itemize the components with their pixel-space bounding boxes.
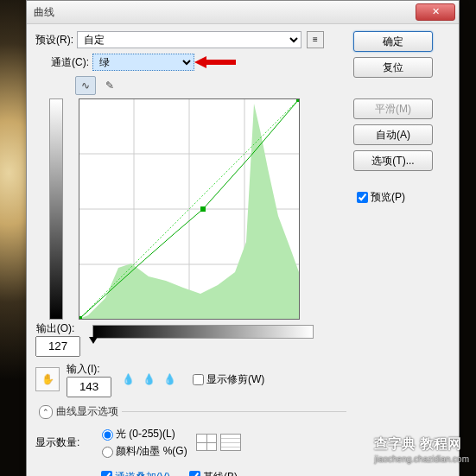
show-clipping-checkbox[interactable]: 显示修剪(W) — [189, 371, 264, 388]
curves-dialog: 曲线 ✕ 预设(R): 自定 ≡ 通道(C): 绿 ∿ ✎ — [26, 0, 460, 476]
baseline-checkbox[interactable]: 基线(B) — [186, 468, 249, 476]
display-qty-label: 显示数量: — [35, 435, 98, 450]
black-point-slider[interactable] — [89, 337, 98, 344]
black-eyedropper-icon[interactable]: 💧 — [120, 371, 136, 387]
input-field[interactable] — [67, 377, 111, 397]
title-bar[interactable]: 曲线 ✕ — [27, 1, 459, 24]
pencil-tool-icon[interactable]: ✎ — [99, 76, 120, 95]
ok-button[interactable]: 确定 — [353, 31, 433, 52]
gray-eyedropper-icon[interactable]: 💧 — [141, 371, 156, 387]
curve-point-highlight[interactable] — [296, 99, 299, 102]
input-label: 输入(I): — [67, 362, 108, 377]
curve-point-shadow[interactable] — [79, 316, 82, 319]
preset-options-icon[interactable]: ≡ — [307, 31, 324, 48]
output-gradient — [49, 98, 63, 320]
input-gradient — [92, 325, 314, 339]
hand-tool-icon[interactable]: ✋ — [35, 367, 60, 391]
channel-select[interactable]: 绿 — [92, 54, 194, 71]
disclosure-toggle[interactable]: ⌃曲线显示选项 — [35, 404, 122, 419]
curve-point-mid[interactable] — [200, 206, 206, 212]
grid-4-icon[interactable] — [196, 434, 217, 451]
smooth-button: 平滑(M) — [353, 98, 433, 119]
output-field[interactable] — [35, 336, 80, 357]
ink-radio[interactable]: 颜料/油墨 %(G) — [98, 444, 187, 459]
auto-button[interactable]: 自动(A) — [353, 124, 433, 145]
curves-graph[interactable] — [79, 98, 300, 320]
white-eyedropper-icon[interactable]: 💧 — [162, 371, 177, 387]
red-arrow-icon — [194, 56, 236, 68]
watermark: 查字典 教程网 jiaocheng.chazidian.com — [374, 435, 469, 466]
light-radio[interactable]: 光 (0-255)(L) — [98, 427, 187, 441]
channel-label: 通道(C): — [51, 55, 89, 70]
reset-button[interactable]: 复位 — [353, 57, 433, 78]
curve-tool-icon[interactable]: ∿ — [75, 76, 96, 95]
preview-checkbox[interactable]: 预览(P) — [353, 189, 448, 206]
overlay-checkbox[interactable]: 通道叠加(V) — [98, 468, 170, 476]
output-label: 输出(O): — [35, 321, 75, 336]
options-button[interactable]: 选项(T)... — [353, 150, 433, 171]
close-button[interactable]: ✕ — [416, 3, 455, 21]
dialog-title: 曲线 — [30, 5, 416, 20]
svg-marker-0 — [194, 56, 236, 68]
preset-label: 预设(R): — [35, 33, 73, 48]
preset-select[interactable]: 自定 — [77, 31, 301, 48]
grid-10-icon[interactable] — [220, 434, 241, 451]
